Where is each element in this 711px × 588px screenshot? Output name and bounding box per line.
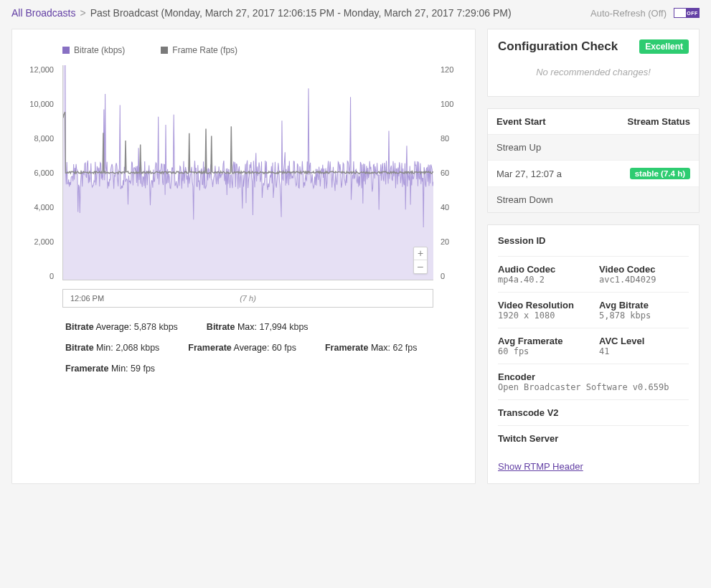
events-col-start: Event Start — [496, 116, 546, 127]
chart-area[interactable]: 12,000 10,000 8,000 6,000 4,000 2,000 0 … — [25, 65, 462, 280]
y-tick: 60 — [436, 169, 462, 177]
transcode-label: Transcode V2 — [498, 407, 689, 418]
events-col-status: Stream Status — [628, 116, 690, 127]
stat-framerate-max: Framerate Max: 62 fps — [325, 341, 418, 355]
square-icon — [62, 47, 70, 54]
encoder-value: Open Broadcaster Software v0.659b — [498, 382, 689, 392]
event-row[interactable]: Stream Up — [488, 135, 699, 161]
encoder-label: Encoder — [498, 371, 689, 382]
event-label: Mar 27, 12:07 a — [496, 169, 562, 179]
session-row: Twitch Server — [498, 425, 689, 451]
stat-bitrate-min: Bitrate Min: 2,068 kbps — [65, 341, 159, 355]
event-row[interactable]: Stream Down — [488, 187, 699, 212]
twitch-server-label: Twitch Server — [498, 433, 689, 444]
y-axis-right: 120 100 80 60 40 20 0 — [436, 65, 462, 280]
stat-bitrate-avg: Bitrate Average: 5,878 kbps — [65, 321, 178, 334]
stat-framerate-avg: Framerate Average: 60 fps — [188, 341, 296, 355]
session-row: Audio Codec mp4a.40.2 Video Codec avc1.4… — [498, 256, 689, 292]
video-codec-label: Video Codec — [599, 264, 689, 275]
config-title: Configuration Check — [498, 39, 618, 54]
legend-bitrate-label: Bitrate (kbps) — [74, 45, 125, 55]
y-tick: 8,000 — [25, 134, 58, 143]
session-panel: Session ID Audio Codec mp4a.40.2 Video C… — [487, 224, 700, 484]
avg-bitrate-value: 5,878 kbps — [599, 310, 689, 321]
stat-framerate-min: Framerate Min: 59 fps — [65, 362, 155, 376]
breadcrumb-title: Past Broadcast (Monday, March 27, 2017 1… — [90, 7, 512, 19]
chart-panel: Bitrate (kbps) Frame Rate (fps) 12,000 1… — [11, 29, 476, 484]
legend-framerate[interactable]: Frame Rate (fps) — [161, 45, 237, 55]
event-row[interactable]: Mar 27, 12:07 a stable (7.4 h) — [488, 161, 699, 187]
y-tick: 6,000 — [25, 169, 58, 177]
event-label: Stream Down — [496, 194, 553, 205]
session-row: Encoder Open Broadcaster Software v0.659… — [498, 364, 689, 399]
video-resolution-label: Video Resolution — [498, 300, 588, 310]
video-resolution-value: 1920 x 1080 — [498, 310, 588, 321]
avg-framerate-value: 60 fps — [498, 346, 588, 356]
range-start: 12:06 PM — [70, 294, 104, 303]
session-row: Avg Framerate 60 fps AVC Level 41 — [498, 328, 689, 364]
avc-level-label: AVC Level — [599, 336, 689, 346]
y-tick: 2,000 — [25, 237, 58, 246]
y-tick: 0 — [25, 272, 58, 280]
avg-framerate-label: Avg Framerate — [498, 336, 588, 346]
event-label: Stream Up — [496, 142, 541, 153]
auto-refresh-label: Auto-Refresh (Off) — [590, 8, 667, 19]
topbar: All Broadcasts > Past Broadcast (Monday,… — [0, 0, 711, 29]
breadcrumb-sep: > — [80, 7, 85, 19]
audio-codec-label: Audio Codec — [498, 264, 588, 275]
avc-level-value: 41 — [599, 346, 689, 356]
show-rtmp-header-link[interactable]: Show RTMP Header — [498, 451, 689, 472]
y-axis-left: 12,000 10,000 8,000 6,000 4,000 2,000 0 — [25, 65, 58, 280]
range-span: (7 h) — [240, 294, 256, 303]
y-tick: 100 — [436, 100, 462, 108]
audio-codec-value: mp4a.40.2 — [498, 275, 588, 285]
plot-svg — [63, 65, 433, 280]
y-tick: 10,000 — [25, 100, 58, 108]
plot-area[interactable]: + – — [62, 65, 433, 280]
session-row: Video Resolution 1920 x 1080 Avg Bitrate… — [498, 292, 689, 328]
y-tick: 40 — [436, 203, 462, 212]
square-icon — [161, 47, 168, 54]
events-panel: Event Start Stream Status Stream Up Mar … — [487, 108, 700, 213]
main: Bitrate (kbps) Frame Rate (fps) 12,000 1… — [0, 29, 711, 495]
chart-legend: Bitrate (kbps) Frame Rate (fps) — [25, 42, 462, 61]
video-codec-value: avc1.4D4029 — [599, 275, 689, 285]
stat-bitrate-max: Bitrate Max: 17,994 kbps — [207, 321, 309, 334]
config-badge: Excellent — [639, 39, 689, 54]
session-row: Transcode V2 — [498, 399, 689, 425]
y-tick: 80 — [436, 134, 462, 143]
y-tick: 120 — [436, 65, 462, 74]
config-check-panel: Configuration Check Excellent No recomme… — [487, 29, 700, 97]
y-tick: 12,000 — [25, 65, 58, 74]
status-badge: stable (7.4 h) — [630, 168, 690, 179]
right-column: Configuration Check Excellent No recomme… — [487, 29, 700, 484]
stats-block: Bitrate Average: 5,878 kbps Bitrate Max:… — [65, 321, 462, 375]
zoom-in-button[interactable]: + — [414, 247, 427, 260]
avg-bitrate-label: Avg Bitrate — [599, 300, 689, 310]
zoom-controls: + – — [413, 247, 428, 274]
legend-bitrate[interactable]: Bitrate (kbps) — [62, 45, 125, 55]
y-tick: 4,000 — [25, 203, 58, 212]
legend-framerate-label: Frame Rate (fps) — [172, 45, 237, 55]
config-message: No recommended changes! — [498, 64, 689, 82]
time-range-bar[interactable]: 12:06 PM (7 h) — [62, 289, 433, 308]
auto-refresh-toggle[interactable]: OFF — [674, 8, 700, 18]
y-tick: 20 — [436, 237, 462, 246]
zoom-out-button[interactable]: – — [414, 260, 427, 273]
breadcrumb-root-link[interactable]: All Broadcasts — [11, 7, 75, 19]
toggle-knob: OFF — [686, 9, 699, 17]
session-id-label: Session ID — [498, 234, 689, 256]
y-tick: 0 — [436, 272, 462, 280]
